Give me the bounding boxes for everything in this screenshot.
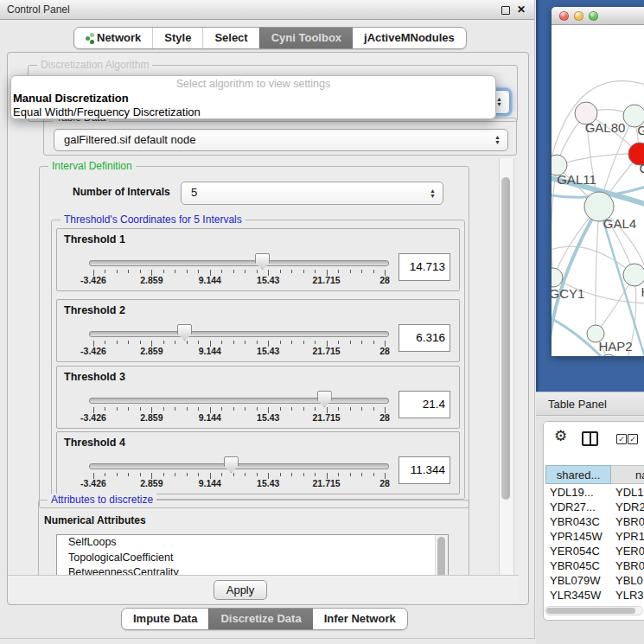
cell-shared-name[interactable]: YIL052C bbox=[550, 603, 594, 605]
cell-shared-name[interactable]: YBL079W bbox=[550, 573, 601, 588]
control-panel-titlebar: Control Panel ✕ bbox=[0, 0, 534, 20]
tab-discretize-data[interactable]: Discretize Data bbox=[208, 609, 312, 629]
intervals-value: 5 bbox=[191, 182, 197, 203]
network-edge bbox=[552, 246, 634, 275]
number-of-intervals-combobox[interactable]: 5 ▲ ▼ bbox=[181, 182, 443, 205]
tab-infer-network[interactable]: Infer Network bbox=[313, 609, 407, 629]
cell-name[interactable]: YDR2 bbox=[615, 500, 644, 514]
apply-button[interactable]: Apply bbox=[214, 580, 267, 600]
cell-shared-name[interactable]: YPR145W bbox=[550, 529, 603, 544]
table-row[interactable]: YIL052CYIL0 bbox=[544, 603, 644, 605]
tab-select[interactable]: Select bbox=[202, 28, 258, 48]
table-row[interactable]: YBL079WYBL0 bbox=[544, 573, 644, 588]
cell-name[interactable]: YIL0 bbox=[615, 603, 639, 605]
cell-name[interactable]: YLR3 bbox=[615, 588, 644, 603]
cell-shared-name[interactable]: YBR043C bbox=[550, 514, 600, 529]
combo-stepper-icon: ▲ ▼ bbox=[494, 135, 501, 145]
column-header-na[interactable]: na bbox=[611, 465, 644, 484]
network-node-h[interactable] bbox=[623, 264, 644, 286]
threshold-value-field[interactable]: 11.344 bbox=[399, 456, 450, 484]
threshold-label: Threshold 3 bbox=[64, 371, 125, 383]
threshold-value-field[interactable]: 21.4 bbox=[399, 391, 450, 418]
float-window-icon[interactable] bbox=[501, 6, 510, 15]
network-window-titlebar[interactable] bbox=[552, 7, 644, 25]
network-canvas[interactable]: GAL80GACGAL11GAL4GCY1HHAP2 bbox=[552, 25, 644, 356]
threshold-label: Threshold 4 bbox=[64, 437, 125, 449]
slider-track[interactable] bbox=[89, 463, 389, 469]
cell-name[interactable]: YDL1 bbox=[615, 485, 644, 500]
scrollbar-thumb[interactable] bbox=[546, 608, 635, 614]
checkbox-icon[interactable]: ✓ bbox=[628, 434, 638, 444]
vertical-scrollbar[interactable] bbox=[499, 158, 514, 575]
threshold-value-field[interactable]: 6.316 bbox=[399, 324, 450, 352]
tab-impute-data[interactable]: Impute Data bbox=[122, 609, 208, 629]
tab-network[interactable]: Network bbox=[74, 28, 152, 48]
threshold-rows: Threshold 1 -3.4262.8599.14415.4321.7152… bbox=[52, 228, 464, 494]
table-data-combobox[interactable]: galFiltered.sif default node ▲ ▼ bbox=[54, 129, 508, 151]
table-data-selected: galFiltered.sif default node bbox=[64, 130, 195, 150]
mac-zoom-button[interactable] bbox=[589, 11, 598, 21]
close-icon[interactable]: ✕ bbox=[517, 3, 526, 16]
mac-close-button[interactable] bbox=[559, 11, 569, 21]
network-node[interactable] bbox=[601, 354, 616, 356]
cell-shared-name[interactable]: YDR27... bbox=[550, 500, 596, 514]
gear-icon[interactable]: ⚙ bbox=[554, 427, 567, 445]
checkbox-icon[interactable]: ✓ bbox=[616, 434, 627, 444]
slider-track[interactable] bbox=[89, 331, 389, 337]
threshold-row: Threshold 3 -3.4262.8599.14415.4321.7152… bbox=[56, 366, 460, 429]
table-row[interactable]: YDL19...YDL1 bbox=[544, 485, 644, 500]
cell-name[interactable]: YBL0 bbox=[615, 573, 643, 588]
numerical-attributes-list[interactable]: SelfLoopsTopologicalCoefficientBetweenne… bbox=[56, 534, 449, 575]
cell-name[interactable]: YBR0 bbox=[615, 558, 644, 573]
cell-shared-name[interactable]: YLR345W bbox=[550, 588, 601, 603]
table-rows: YDL19...YDL1YDR27...YDR2YBR043CYBR0YPR14… bbox=[544, 485, 644, 605]
window-title: Control Panel bbox=[7, 0, 70, 19]
attribute-item-selfloops[interactable]: SelfLoops bbox=[57, 535, 448, 551]
node-label: C bbox=[640, 161, 644, 175]
cell-name[interactable]: YER0 bbox=[615, 544, 644, 558]
algorithm-option-equal-width-frequency-discretization[interactable]: Equal Width/Frequency Discretization bbox=[11, 105, 495, 119]
node-label: GCY1 bbox=[552, 286, 584, 301]
horizontal-scrollbar[interactable] bbox=[545, 606, 643, 615]
network-desktop-frame: GAL80GACGAL11GAL4GCY1HHAP2 bbox=[536, 0, 644, 392]
algorithm-option-manual-discretization[interactable]: Manual Discretization bbox=[11, 92, 495, 105]
combo-stepper-icon: ▲ ▼ bbox=[496, 97, 502, 107]
table-row[interactable]: YDR27...YDR2 bbox=[544, 500, 644, 514]
table-row[interactable]: YBR043CYBR0 bbox=[544, 514, 644, 529]
threshold-value-field[interactable]: 14.713 bbox=[399, 253, 450, 281]
attribute-item-topologicalcoefficient[interactable]: TopologicalCoefficient bbox=[57, 551, 448, 566]
tab-style[interactable]: Style bbox=[152, 28, 202, 48]
slider-track[interactable] bbox=[89, 260, 389, 266]
number-of-intervals-label: Number of Intervals bbox=[73, 186, 170, 198]
cell-shared-name[interactable]: YDL19... bbox=[550, 485, 594, 500]
column-header-shared[interactable]: shared... bbox=[545, 465, 611, 484]
group-title: Interval Definition bbox=[48, 160, 136, 172]
slider-track[interactable] bbox=[89, 398, 389, 404]
mac-minimize-button[interactable] bbox=[574, 11, 583, 21]
attribute-item-betweennesscentrality[interactable]: BetweennessCentrality bbox=[57, 565, 448, 575]
slider-ticks bbox=[93, 341, 385, 348]
slider-thumb[interactable] bbox=[317, 391, 332, 407]
cell-shared-name[interactable]: YER054C bbox=[550, 544, 600, 558]
table-row[interactable]: YLR345WYLR3 bbox=[544, 588, 644, 603]
cell-name[interactable]: YBR0 bbox=[615, 514, 644, 529]
tab-jactivemnodules[interactable]: jActiveMNodules bbox=[353, 28, 466, 48]
settings-scroll-area: Interval Definition Number of Intervals … bbox=[8, 158, 499, 575]
cell-name[interactable]: YPR1 bbox=[615, 529, 644, 544]
threshold-row: Threshold 2 -3.4262.8599.14415.4321.7152… bbox=[56, 299, 460, 362]
table-row[interactable]: YER054CYER0 bbox=[544, 544, 644, 558]
slider-thumb[interactable] bbox=[224, 456, 239, 473]
slider-thumb[interactable] bbox=[177, 324, 192, 341]
cell-shared-name[interactable]: YBR045C bbox=[550, 558, 600, 573]
tab-cyni-toolbox[interactable]: Cyni Toolbox bbox=[259, 28, 353, 48]
split-columns-icon[interactable] bbox=[582, 431, 598, 446]
network-edge bbox=[596, 207, 599, 334]
node-label: GAL80 bbox=[585, 120, 626, 135]
table-row[interactable]: YPR145WYPR1 bbox=[544, 529, 644, 544]
slider-thumb[interactable] bbox=[255, 253, 270, 270]
list-scrollbar[interactable] bbox=[435, 535, 448, 575]
scrollbar-thumb[interactable] bbox=[501, 177, 510, 500]
table-row[interactable]: YBR045CYBR0 bbox=[544, 558, 644, 573]
network-edge bbox=[557, 154, 640, 165]
group-title: Discretization Algorithm bbox=[37, 59, 152, 71]
